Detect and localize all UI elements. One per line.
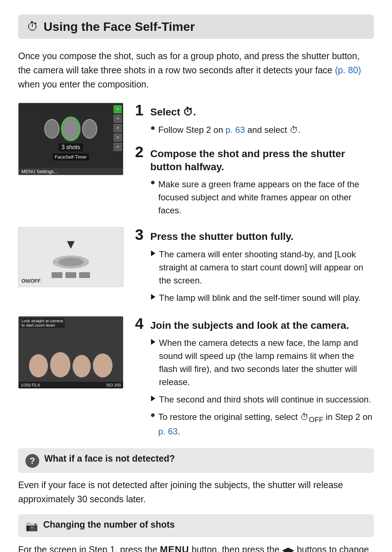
group-face-2 <box>50 352 70 377</box>
step-1-header: 1 Select ⏱. <box>135 103 374 119</box>
icon-timer-active: ⏱ <box>114 105 122 113</box>
page-title-bar: ⏱ Using the Face Self-Timer <box>18 15 374 39</box>
step-3-block: 3 Press the shutter button fully. The ca… <box>135 227 374 306</box>
triangle-icon-1 <box>151 250 155 256</box>
group-face-4 <box>93 353 113 377</box>
camera-shots-icon: 📷 <box>25 520 38 532</box>
shutter-ring-inner <box>58 258 83 266</box>
shutter-info: 1/250 F5.8 <box>21 383 40 387</box>
triangle-icon-4 <box>151 396 155 401</box>
intro-text-main: Once you compose the shot, such as for a… <box>18 51 360 75</box>
iso-info: ISO 200 <box>106 383 121 387</box>
step-3-bullet-text-2: The lamp will blink and the self-timer s… <box>159 291 361 304</box>
side-icons: ⏱ ⏱ ⏱ ⏱ ⏱ <box>114 105 122 151</box>
step-2-block: 2 Compose the shot and press the shutter… <box>135 144 374 217</box>
shots-label: 3 shots <box>58 143 83 151</box>
step-4-bullet-circle: To restore the original setting, select … <box>151 410 374 438</box>
page-title: Using the Face Self-Timer <box>44 20 195 34</box>
button-row <box>52 272 90 278</box>
step-1-block: 1 Select ⏱. Follow Step 2 on p. 63 and s… <box>135 103 374 136</box>
note-box-2: 📷 Changing the number of shots <box>18 514 374 537</box>
step-2-bullet-text: Make sure a green frame appears on the f… <box>158 178 374 217</box>
triangle-icon-2 <box>151 294 155 300</box>
triangle-icon-3 <box>151 339 155 345</box>
step-4-bullet-2: The second and third shots will continue… <box>151 393 374 406</box>
icon-timer-3: ⏱ <box>114 134 122 142</box>
step-4-block: 4 Join the subjects and look at the came… <box>135 316 374 438</box>
step-4-bullet-1: When the camera detects a new face, the … <box>151 336 374 389</box>
intro-link[interactable]: (p. 80) <box>335 65 361 75</box>
icon-timer-4: ⏱ <box>114 143 122 151</box>
face-timer-title-icon: ⏱ <box>27 20 38 33</box>
btn-small-3 <box>79 272 90 278</box>
step-3-bullet-2: The lamp will blink and the self-timer s… <box>151 291 374 304</box>
step-4-bullet-text-1: When the camera detects a new face, the … <box>159 336 374 389</box>
step-1-bullet-text: Follow Step 2 on p. 63 and select ⏱. <box>158 123 301 136</box>
btn-small-1 <box>52 272 62 278</box>
group-face-1 <box>29 354 48 377</box>
step-2-header: 2 Compose the shot and press the shutter… <box>135 144 374 174</box>
step-4-content: 4 Join the subjects and look at the came… <box>135 316 374 438</box>
bullet-dot-4 <box>151 413 155 417</box>
note-1-title: What if a face is not detected? <box>44 453 175 464</box>
step-3-content: 3 Press the shutter button fully. The ca… <box>135 227 374 306</box>
note-1-content: What if a face is not detected? <box>44 453 175 464</box>
note-2-body: For the screen in Step 1, press the MENU… <box>18 542 374 552</box>
step4-link[interactable]: p. 63 <box>158 426 177 436</box>
onoff-label: ON/OFF <box>21 278 41 284</box>
step-4-number: 4 <box>135 316 145 331</box>
step-4-bullet-text-2: The second and third shots will continue… <box>159 393 371 406</box>
face-2-focused <box>61 116 81 141</box>
step-1-bullet-1: Follow Step 2 on p. 63 and select ⏱. <box>151 123 374 136</box>
shutter-ring-outer <box>53 255 89 269</box>
face-self-timer-tag: FaceSelf-Timer <box>53 154 89 160</box>
intro-text-suffix: when you enter the composition. <box>18 79 149 89</box>
steps-1-2-content: 1 Select ⏱. Follow Step 2 on p. 63 and s… <box>135 103 374 217</box>
icon-timer-2: ⏱ <box>114 124 122 132</box>
bullet-dot-2 <box>151 181 155 184</box>
step-1-image: 3 shots FaceSelf-Timer ⏱ ⏱ ⏱ ⏱ ⏱ MENU Se… <box>18 103 123 175</box>
steps-row-1-2: 3 shots FaceSelf-Timer ⏱ ⏱ ⏱ ⏱ ⏱ MENU Se… <box>18 103 374 217</box>
step-1-title: Select ⏱. <box>150 106 196 119</box>
menu-bar: MENU Settings... <box>19 168 123 175</box>
note-1-body: Even if your face is not detected after … <box>18 478 374 506</box>
note-2-title: Changing the number of shots <box>43 519 175 530</box>
photo-overlay-text: Look straight at camerato start count do… <box>20 318 65 328</box>
intro-paragraph: Once you compose the shot, such as for a… <box>18 49 374 91</box>
question-icon: ? <box>25 454 39 468</box>
step1-link[interactable]: p. 63 <box>225 125 245 135</box>
face-3 <box>82 119 97 139</box>
note-box-1: ? What if a face is not detected? <box>18 448 374 473</box>
step-3-bullet-text-1: The camera will enter shooting stand-by,… <box>159 248 374 287</box>
step-1-number: 1 <box>135 103 145 118</box>
photo-bottom-bar: 1/250 F5.8 ISO 200 <box>19 382 123 388</box>
face-1 <box>44 119 60 139</box>
group-face-3 <box>73 355 91 377</box>
step-3-bullet-1: The camera will enter shooting stand-by,… <box>151 248 374 287</box>
step-2-bullet-1: Make sure a green frame appears on the f… <box>151 178 374 217</box>
lr-arrows-icon: ◀▶ <box>282 544 294 552</box>
btn-small-2 <box>65 272 76 278</box>
step-4-bullet-text-3: To restore the original setting, select … <box>158 410 374 438</box>
step-3-number: 3 <box>135 227 145 242</box>
steps-row-4: Look straight at camerato start count do… <box>18 316 374 438</box>
menu-bold-label: MENU <box>160 544 189 552</box>
step-3-title: Press the shutter button fully. <box>150 230 294 243</box>
icon-timer-1: ⏱ <box>114 115 122 123</box>
bullet-dot <box>151 126 155 130</box>
step-4-image: Look straight at camerato start count do… <box>18 316 123 389</box>
steps-row-3: ▼ ON/OFF 3 Press the shutter button full… <box>18 227 374 306</box>
shutter-arrow-icon: ▼ <box>64 237 77 252</box>
step-2-number: 2 <box>135 144 145 160</box>
note-2-content: Changing the number of shots <box>43 519 175 530</box>
step-4-title: Join the subjects and look at the camera… <box>150 319 349 332</box>
step-3-image: ▼ ON/OFF <box>18 227 123 287</box>
step-4-header: 4 Join the subjects and look at the came… <box>135 316 374 332</box>
step-2-title: Compose the shot and press the shutter b… <box>150 147 374 174</box>
step-3-header: 3 Press the shutter button fully. <box>135 227 374 243</box>
